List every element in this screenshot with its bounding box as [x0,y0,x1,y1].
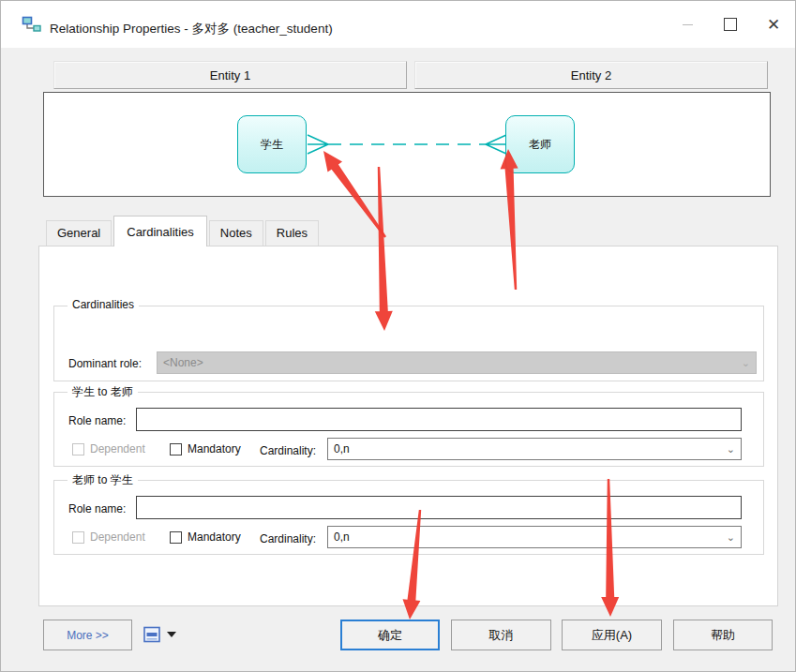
checkbox-icon [170,443,182,455]
mandatory-checkbox-1[interactable]: Mandatory [170,442,241,455]
properties-menu-icon[interactable] [143,625,161,644]
dependent-checkbox-2: Dependent [72,530,145,544]
tab-notes[interactable]: Notes [209,220,263,246]
window-title: Relationship Properties - 多对多 (teacher_s… [50,21,333,37]
tab-rules[interactable]: Rules [265,220,319,246]
cardinality-select-1[interactable]: 0,n ⌄ [327,438,742,460]
role-name-label: Role name: [68,414,126,427]
chevron-down-icon: ⌄ [727,531,735,544]
teacher-to-student-title: 老师 to 学生 [68,472,138,488]
minimize-icon [683,24,693,25]
ok-button[interactable]: 确定 [340,620,440,650]
checkbox-label: Mandatory [188,530,241,544]
cardinality-select-2[interactable]: 0,n ⌄ [327,526,742,548]
maximize-button[interactable] [709,1,752,48]
entity-box-student[interactable]: 学生 [237,115,307,173]
dominant-role-select: <None> ⌄ [157,351,757,374]
dropdown-arrow-icon[interactable] [167,632,176,637]
entity1-header-button[interactable]: Entity 1 [53,61,407,89]
student-to-teacher-title: 学生 to 老师 [68,384,138,400]
checkbox-icon [72,531,84,544]
dependent-checkbox-1: Dependent [72,442,145,455]
cardinality-label-1: Cardinality: [260,444,316,457]
cancel-button[interactable]: 取消 [451,620,551,650]
checkbox-icon [72,443,84,455]
cardinality-value: 0,n [334,442,350,455]
maximize-icon [724,18,737,31]
checkbox-label: Dependent [90,442,145,455]
dominant-role-value: <None> [163,356,203,369]
chevron-down-icon: ⌄ [742,357,750,369]
tab-cardinalities[interactable]: Cardinalities [113,216,207,246]
close-icon: ✕ [767,17,780,33]
more-button[interactable]: More >> [43,620,132,650]
chevron-down-icon: ⌄ [727,443,735,455]
relationship-icon [22,16,42,35]
titlebar: Relationship Properties - 多对多 (teacher_s… [1,1,795,48]
entity2-header-button[interactable]: Entity 2 [414,61,768,89]
relationship-diagram: 学生 老师 [43,92,771,197]
mandatory-checkbox-2[interactable]: Mandatory [170,530,241,544]
cardinality-value: 0,n [334,530,350,544]
checkbox-label: Dependent [90,530,145,544]
close-button[interactable]: ✕ [752,1,795,48]
apply-button[interactable]: 应用(A) [562,620,662,650]
role-name-label: Role name: [68,502,126,515]
role-name-input-2[interactable] [136,496,742,519]
dominant-role-label: Dominant role: [68,357,142,370]
cardinalities-group-title: Cardinalities [68,298,139,311]
checkbox-icon [170,531,182,544]
relationship-line [44,93,770,196]
tab-general[interactable]: General [46,220,112,246]
relationship-properties-dialog: Relationship Properties - 多对多 (teacher_s… [0,0,796,672]
cardinality-label-2: Cardinality: [260,532,316,545]
minimize-button[interactable] [666,1,709,48]
role-name-input-1[interactable] [136,408,742,431]
help-button[interactable]: 帮助 [673,620,773,650]
checkbox-label: Mandatory [188,442,241,455]
tab-bar: General Cardinalities Notes Rules [46,215,321,246]
entity-box-teacher[interactable]: 老师 [505,115,575,173]
